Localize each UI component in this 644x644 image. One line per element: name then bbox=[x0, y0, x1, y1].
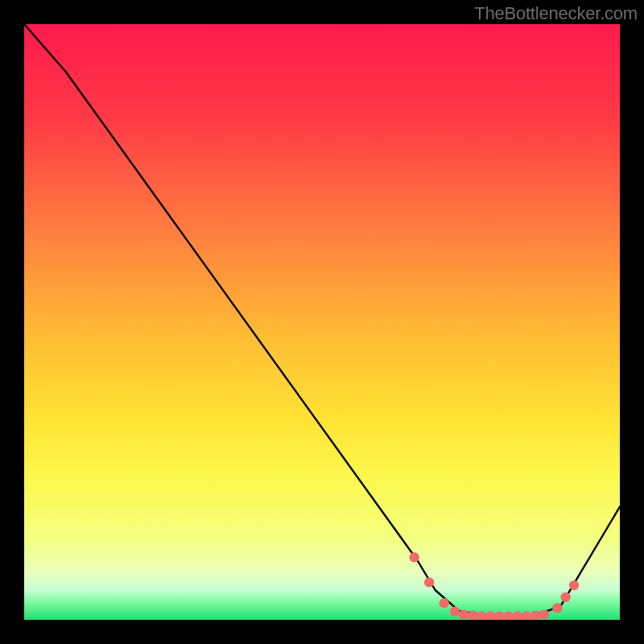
gradient-background bbox=[24, 24, 620, 620]
plot-area bbox=[24, 24, 620, 620]
svg-rect-0 bbox=[24, 24, 620, 620]
chart-container: TheBottlenecker.com bbox=[0, 0, 644, 644]
watermark-text: TheBottlenecker.com bbox=[474, 3, 638, 24]
